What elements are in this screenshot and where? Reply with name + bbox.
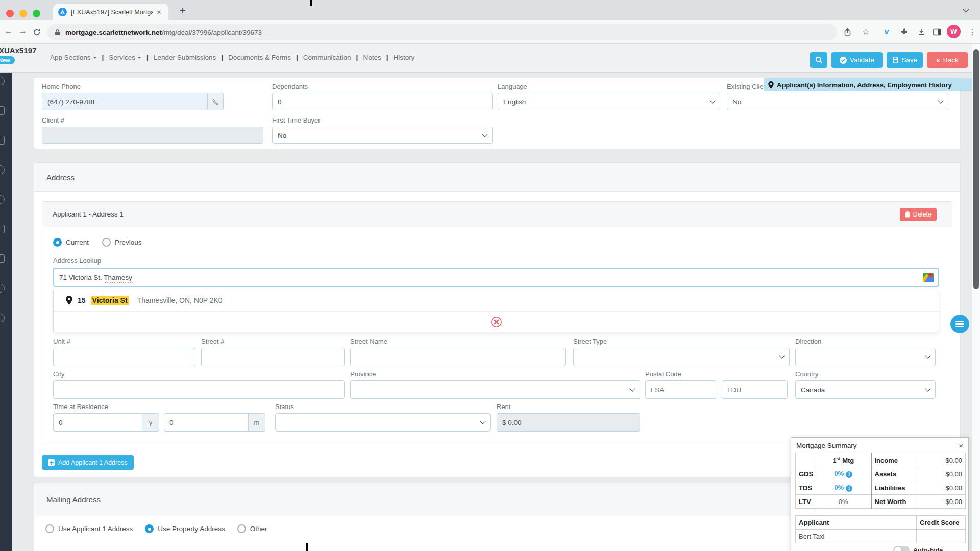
extensions-puzzle-icon[interactable] (898, 26, 911, 38)
validate-button[interactable]: Validate (831, 52, 883, 68)
existing-client-select[interactable]: No (727, 93, 948, 110)
auto-hide-toggle[interactable] (893, 546, 910, 551)
close-icon[interactable]: × (959, 441, 963, 450)
nav-app-sections[interactable]: App Sections (50, 54, 97, 61)
chevron-down-icon (137, 57, 141, 59)
radio-use-applicant1-address[interactable]: Use Applicant 1 Address (45, 524, 133, 533)
vimeo-extension-icon[interactable]: v (880, 26, 893, 38)
radio-use-property-address[interactable]: Use Property Address (145, 524, 225, 533)
radio-previous[interactable]: Previous (102, 238, 142, 247)
tab-title: [EXUAx5197] Scarlett Mortgag (71, 9, 153, 16)
mailing-section-title: Mailing Address (46, 495, 101, 504)
nav-communication[interactable]: Communication (303, 54, 351, 61)
home-phone-input[interactable] (42, 93, 208, 110)
url-path: /mtg/deal/37996/applicant/39673 (162, 29, 262, 36)
status-select[interactable] (275, 413, 491, 432)
tab-overflow-chevron-icon[interactable] (963, 6, 969, 13)
dependants-label: Dependants (272, 83, 493, 90)
dependants-input[interactable] (272, 93, 493, 110)
nav-history[interactable]: History (393, 54, 414, 61)
nav-services[interactable]: Services (109, 54, 141, 61)
nav-lender-submissions[interactable]: Lender Submissions (154, 54, 216, 61)
address-section-header: Address (34, 163, 960, 192)
sidebar-icon-7[interactable] (0, 254, 5, 263)
profile-avatar[interactable]: W (947, 25, 961, 38)
sidebar-panel-icon[interactable] (931, 26, 943, 38)
address-lookup-input[interactable]: 71 Victoria St. Thamesy (53, 268, 939, 287)
sidebar-icon-2[interactable] (0, 106, 5, 115)
status-label: Status (275, 403, 491, 411)
search-button[interactable] (810, 52, 827, 68)
street-type-field: Street Type (573, 338, 790, 366)
sidebar-icon-1[interactable] (0, 77, 5, 85)
browser-forward-icon[interactable]: → (18, 26, 27, 36)
check-circle-icon (840, 57, 847, 64)
radio-current[interactable]: Current (53, 238, 89, 247)
street-number-input[interactable] (201, 348, 345, 366)
province-select[interactable] (350, 380, 640, 399)
city-input[interactable] (53, 380, 345, 399)
address-suggestion-item[interactable]: 15 Victoria St Thamesville, ON, N0P 2K0 (54, 290, 939, 311)
years-input[interactable] (53, 413, 142, 432)
artifact-mark (310, 0, 312, 6)
bookmark-star-icon[interactable]: ☆ (860, 26, 872, 38)
sidebar-icon-5[interactable] (0, 195, 5, 204)
macos-close-button[interactable] (6, 10, 14, 17)
chevron-down-icon (629, 386, 635, 391)
browser-tab[interactable]: [EXUAx5197] Scarlett Mortgag × (53, 4, 168, 20)
radio-other[interactable]: Other (237, 524, 267, 533)
first-time-buyer-select[interactable]: No (272, 127, 493, 144)
back-button[interactable]: « Back (927, 52, 968, 68)
browser-reload-icon[interactable] (31, 26, 43, 38)
app-nav: App Sections | Services | Lender Submiss… (50, 54, 414, 61)
map-icon[interactable] (922, 272, 934, 283)
chevron-down-icon (925, 386, 930, 391)
save-button[interactable]: Save (887, 52, 923, 68)
new-badge: New (0, 56, 15, 64)
info-icon[interactable]: i (846, 485, 852, 492)
months-input[interactable] (164, 413, 249, 432)
url-bar[interactable]: mortgage.scarlettnetwork.net/mtg/deal/37… (47, 24, 837, 40)
province-field: Province (350, 370, 640, 399)
country-select[interactable]: Canada (795, 380, 936, 399)
nav-documents-forms[interactable]: Documents & Forms (228, 54, 291, 61)
sidebar-icon-6[interactable] (0, 225, 5, 233)
nav-notes[interactable]: Notes (363, 54, 381, 61)
new-tab-button[interactable]: + (180, 5, 186, 17)
info-icon[interactable]: i (846, 471, 852, 478)
client-number-input (42, 127, 263, 144)
dismiss-suggestions-icon[interactable] (491, 316, 502, 328)
direction-select[interactable] (795, 348, 936, 366)
first-time-buyer-field: First Time Buyer No (272, 116, 493, 144)
radio-unselected-icon (102, 238, 111, 247)
macos-minimize-button[interactable] (19, 10, 27, 17)
street-name-input[interactable] (350, 348, 566, 366)
floating-menu-button[interactable] (950, 315, 969, 333)
address-suggestions: 15 Victoria St Thamesville, ON, N0P 2K0 (53, 290, 939, 332)
share-icon[interactable] (841, 26, 853, 38)
add-address-button[interactable]: Add Applicant 1 Address (42, 455, 134, 470)
applicant-credit-score (917, 530, 966, 543)
mailing-address-radios: Use Applicant 1 Address Use Property Add… (45, 524, 267, 533)
status-field: Status (275, 403, 491, 432)
postal-ldu-input[interactable] (722, 380, 788, 399)
tab-close-icon[interactable]: × (157, 8, 161, 16)
browser-back-icon[interactable]: ← (4, 26, 13, 36)
macos-zoom-button[interactable] (33, 10, 40, 17)
sidebar-icon-9[interactable] (0, 314, 5, 322)
months-unit: m (249, 413, 265, 432)
language-select[interactable]: English (498, 93, 720, 110)
scrollbar-thumb[interactable] (973, 49, 979, 289)
nav-separator: | (146, 54, 149, 61)
browser-menu-icon[interactable]: ⋮ (966, 26, 978, 38)
street-type-select[interactable] (573, 348, 790, 366)
delete-address-button[interactable]: Delete (900, 208, 937, 221)
unit-input[interactable] (53, 348, 195, 366)
client-number-field: Client # (42, 116, 263, 144)
postal-code-label: Postal Code (645, 370, 716, 378)
postal-fsa-input[interactable] (645, 380, 716, 399)
sidebar-icon-3[interactable] (0, 136, 5, 145)
sidebar-icon-4[interactable] (0, 165, 5, 174)
download-icon[interactable] (915, 26, 927, 38)
sidebar-icon-8[interactable] (0, 284, 5, 293)
